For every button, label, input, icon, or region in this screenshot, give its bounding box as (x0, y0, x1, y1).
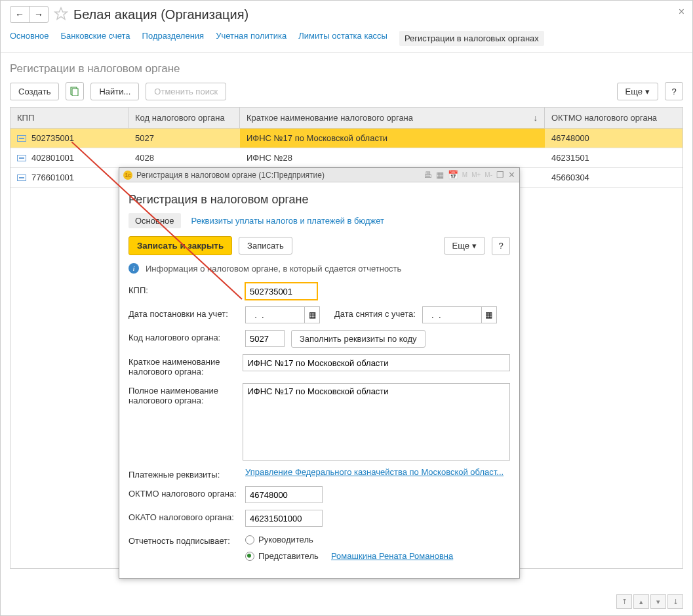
save-close-button[interactable]: Записать и закрыть (129, 236, 232, 255)
m-icon[interactable]: M (462, 171, 467, 178)
collapse-icon (17, 175, 26, 181)
label-code: Код налогового органа: (129, 330, 239, 342)
reg-date-cal-button[interactable]: ▦ (304, 306, 320, 323)
tab-main[interactable]: Основное (10, 31, 49, 46)
svg-marker-0 (55, 7, 67, 18)
dialog-help-button[interactable]: ? (492, 237, 510, 255)
th-name[interactable]: Краткое наименование налогового органа ↓ (240, 108, 545, 128)
tab-registrations[interactable]: Регистрации в налоговых органах (399, 31, 544, 46)
th-code[interactable]: Код налогового органа (129, 108, 240, 128)
tab-bank[interactable]: Банковские счета (61, 31, 130, 46)
table-row[interactable]: 502735001 5027 ИФНС №17 по Московской об… (10, 129, 683, 148)
scroll-bottom-button[interactable]: ⤓ (667, 594, 683, 609)
fill-by-code-button[interactable]: Заполнить реквизиты по коду (291, 330, 426, 348)
info-row: i Информация о налоговом органе, в котор… (129, 263, 510, 274)
find-button[interactable]: Найти... (90, 83, 139, 100)
calendar-icon: ▦ (309, 310, 316, 319)
copy-icon (70, 87, 79, 96)
table-header: КПП Код налогового органа Краткое наимен… (10, 108, 683, 129)
collapse-icon (17, 135, 26, 142)
cancel-find-button[interactable]: Отменить поиск (146, 83, 226, 100)
dereg-date-input[interactable] (422, 306, 481, 323)
page-title: Белая акация (Организация) (73, 7, 248, 22)
dialog-restore-icon[interactable]: ❐ (496, 170, 504, 180)
tab-policy[interactable]: Учетная политика (216, 31, 287, 46)
representative-link[interactable]: Ромашкина Рената Романовна (331, 551, 453, 561)
close-icon[interactable]: × (679, 6, 684, 18)
label-short-name: Краткое наименование налогового органа: (129, 354, 236, 377)
star-icon[interactable] (54, 7, 68, 23)
dereg-date-cal-button[interactable]: ▦ (481, 306, 497, 323)
th-kpp[interactable]: КПП (10, 108, 129, 128)
signer-head-radio[interactable]: Руководитель (245, 535, 453, 544)
label-pay-props: Платежные реквизиты: (129, 467, 239, 480)
nav-back-forward: ← → (10, 6, 49, 23)
short-name-input[interactable] (243, 354, 510, 371)
dialog-more-button[interactable]: Еще ▾ (444, 237, 485, 255)
label-kpp: КПП: (129, 283, 239, 295)
th-oktmo[interactable]: ОКТМО налогового органа (545, 108, 683, 128)
more-button[interactable]: Еще ▾ (617, 83, 658, 100)
chevron-down-icon: ▾ (472, 241, 477, 251)
section-title: Регистрации в налоговом органе (1, 53, 692, 82)
dialog-heading: Регистрация в налоговом органе (129, 193, 510, 207)
svg-rect-2 (72, 89, 78, 96)
okato-input[interactable] (245, 510, 323, 527)
table-row[interactable]: 402801001 4028 ИФНС №28 46231501 (10, 148, 683, 168)
kpp-input[interactable] (245, 283, 317, 300)
app-1c-icon: 1c (123, 171, 132, 180)
dialog-tabs: Основное Реквизиты уплаты налогов и плат… (129, 213, 510, 228)
info-icon: i (129, 263, 139, 274)
radio-on-icon (245, 552, 254, 561)
print-icon[interactable]: 🖶 (424, 170, 432, 180)
label-reg-date: Дата постановки на учет: (129, 306, 239, 319)
collapse-icon (17, 155, 26, 161)
chevron-down-icon: ▾ (645, 87, 650, 96)
tab-divisions[interactable]: Подразделения (142, 31, 205, 46)
dialog-title: Регистрация в налоговом органе (1С:Предп… (136, 171, 325, 180)
dialog-tab-main[interactable]: Основное (129, 213, 181, 228)
create-button[interactable]: Создать (10, 83, 59, 100)
label-signer: Отчетность подписывает: (129, 533, 239, 546)
nav-back-button[interactable]: ← (10, 6, 30, 23)
copy-button[interactable] (66, 82, 84, 100)
list-toolbar: Создать Найти... Отменить поиск Еще ▾ ? (1, 82, 692, 107)
reg-date-input[interactable] (245, 306, 304, 323)
dereg-date-field: ▦ (422, 306, 497, 323)
scroll-up-button[interactable]: ▴ (633, 594, 649, 609)
nav-tabs: Основное Банковские счета Подразделения … (1, 27, 692, 53)
label-oktmo: ОКТМО налогового органа: (129, 486, 239, 499)
dialog-titlebar[interactable]: 1c Регистрация в налоговом органе (1С:Пр… (119, 168, 519, 182)
calendar-icon[interactable]: 📅 (448, 170, 458, 180)
registration-dialog: 1c Регистрация в налоговом органе (1С:Пр… (119, 167, 520, 579)
label-okato: ОКАТО налогового органа: (129, 510, 239, 522)
dialog-tab-payment-props[interactable]: Реквизиты уплаты налогов и платежей в бю… (191, 213, 384, 228)
reg-date-field: ▦ (245, 306, 320, 323)
radio-icon (245, 535, 254, 544)
dialog-close-icon[interactable]: ✕ (508, 170, 515, 180)
full-name-input[interactable] (243, 383, 510, 461)
list-scroll-nav: ⤒ ▴ ▾ ⤓ (616, 594, 683, 609)
nav-forward-button[interactable]: → (29, 6, 49, 23)
label-full-name: Полное наименование налогового органа: (129, 383, 236, 405)
scroll-down-button[interactable]: ▾ (650, 594, 666, 609)
save-button[interactable]: Записать (239, 237, 292, 255)
pay-props-link[interactable]: Управление Федерального казначейства по … (245, 467, 504, 477)
help-button[interactable]: ? (665, 82, 683, 100)
calendar-icon: ▦ (485, 310, 492, 319)
code-input[interactable] (245, 330, 285, 347)
signer-rep-radio[interactable]: Представитель Ромашкина Рената Романовна (245, 551, 453, 561)
calc-icon[interactable]: ▦ (436, 170, 444, 180)
label-dereg-date: Дата снятия с учета: (327, 306, 416, 319)
oktmo-input[interactable] (245, 486, 323, 503)
tab-limits[interactable]: Лимиты остатка кассы (298, 31, 387, 46)
m-plus-icon[interactable]: M+ (471, 171, 481, 178)
dialog-toolbar: Записать и закрыть Записать Еще ▾ ? (129, 236, 510, 255)
scroll-top-button[interactable]: ⤒ (616, 594, 632, 609)
sort-down-icon: ↓ (534, 113, 538, 123)
m-minus-icon[interactable]: M- (485, 171, 492, 178)
